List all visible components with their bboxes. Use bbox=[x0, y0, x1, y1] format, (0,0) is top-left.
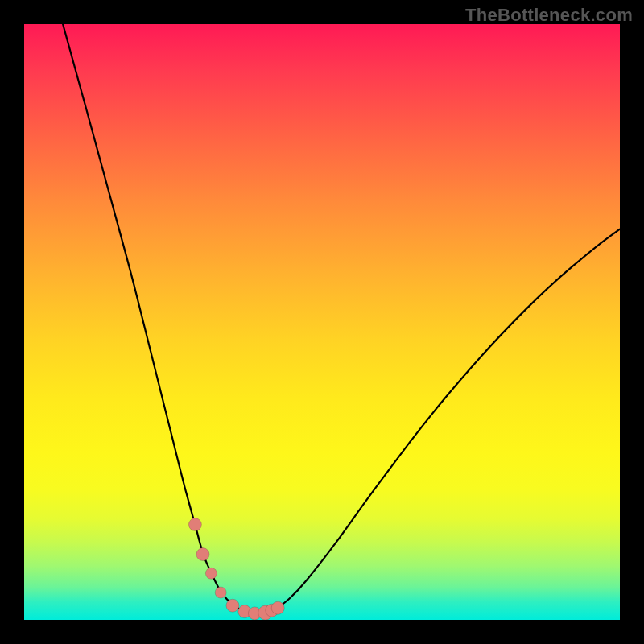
data-marker bbox=[188, 518, 201, 531]
data-marker bbox=[226, 599, 239, 612]
bottleneck-curve bbox=[63, 24, 620, 613]
data-marker bbox=[196, 548, 209, 561]
chart-svg bbox=[24, 24, 620, 620]
data-marker bbox=[271, 601, 284, 614]
chart-frame: TheBottleneck.com bbox=[0, 0, 644, 644]
plot-area bbox=[24, 24, 620, 620]
watermark-text: TheBottleneck.com bbox=[465, 5, 633, 26]
marker-group bbox=[188, 518, 284, 621]
data-marker bbox=[215, 587, 226, 598]
data-marker bbox=[205, 568, 217, 579]
